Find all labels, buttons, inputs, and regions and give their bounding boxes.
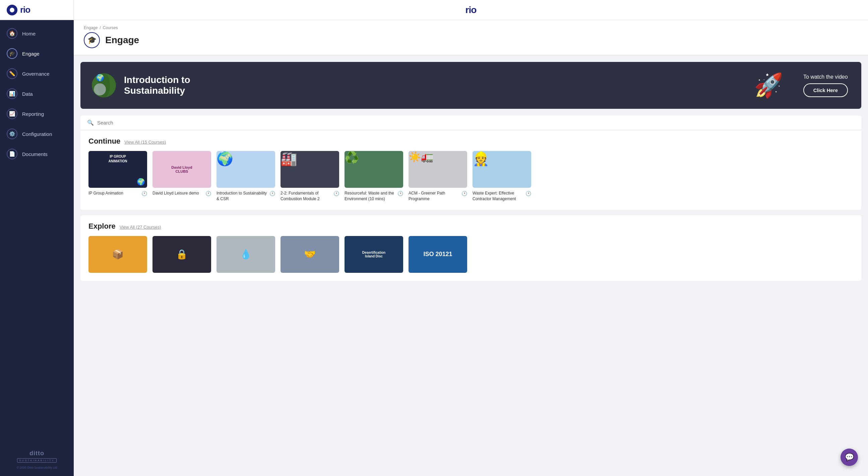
sidebar-item-governance[interactable]: ✏️ Governance <box>0 64 74 84</box>
explore-inner-4: DesertificationIsland Disc <box>344 236 403 273</box>
engage-icon: 🎓 <box>7 48 18 59</box>
course-title-3: 2-2: Fundamentals of Combustion Module 2 <box>280 191 332 202</box>
course-card-2[interactable]: 🌍 Introduction to Sustainability & CSR 🕐 <box>217 151 275 202</box>
explore-view-all[interactable]: View All (27 Courses) <box>120 225 161 230</box>
documents-icon: 📄 <box>7 149 18 159</box>
course-title-6: Waste Expert: Effective Contractor Manag… <box>472 191 524 202</box>
continue-section-header: Continue View All (15 Courses) <box>89 137 853 146</box>
course-card-4[interactable]: ♻️ Resourceful: Waste and the Environmen… <box>344 151 403 202</box>
course-thumb-4: ♻️ <box>344 151 403 188</box>
sidebar-label-reporting: Reporting <box>22 111 44 117</box>
explore-inner-5: ISO 20121 <box>408 236 467 273</box>
course-clock-6: 🕐 <box>526 191 531 196</box>
banner-title: Introduction to Sustainability <box>124 75 190 96</box>
continue-title: Continue <box>89 137 120 146</box>
course-card-6[interactable]: 👷 Waste Expert: Effective Contractor Man… <box>472 151 531 202</box>
thumb-label-6: 👷 <box>472 151 531 167</box>
header-sidebar-space: rio <box>0 0 74 20</box>
course-clock-5: 🕐 <box>462 191 467 196</box>
continue-view-all[interactable]: View All (15 Courses) <box>124 140 166 145</box>
ditto-subtitle: SUSTAINABILITY <box>17 458 57 463</box>
center-logo: rio <box>465 5 476 15</box>
course-thumb-1: David LloydCLUBS <box>153 151 211 188</box>
continue-courses-grid: IP GROUPANIMATION 🌍 IP Group Animation 🕐… <box>89 151 853 202</box>
course-title-4: Resourceful: Waste and the Environment (… <box>344 191 396 202</box>
data-icon: 📊 <box>7 89 18 99</box>
course-title-row-3: 2-2: Fundamentals of Combustion Module 2… <box>280 191 339 202</box>
chat-bubble[interactable]: 💬 <box>840 448 858 466</box>
explore-thumb-4[interactable]: DesertificationIsland Disc <box>344 236 403 273</box>
configuration-icon: ⚙️ <box>7 129 18 139</box>
logo-circle-icon <box>7 5 18 15</box>
banner[interactable]: 🌍 Introduction to Sustainability 🚀 To wa… <box>81 62 861 109</box>
logo-circle-inner <box>10 8 14 12</box>
course-thumb-5: ☀️🚛 <box>408 151 467 188</box>
main-layout: 🏠 Home 🎓 Engage ✏️ Governance 📊 Data 📈 R… <box>0 20 868 476</box>
page-title-icon: 🎓 <box>84 32 100 48</box>
explore-inner-0: 📦 <box>89 236 147 273</box>
reporting-icon: 📈 <box>7 108 18 119</box>
course-thumb-3: 🏭 <box>280 151 339 188</box>
course-card-3[interactable]: 🏭 2-2: Fundamentals of Combustion Module… <box>280 151 339 202</box>
course-clock-0: 🕐 <box>142 191 147 196</box>
sidebar: 🏠 Home 🎓 Engage ✏️ Governance 📊 Data 📈 R… <box>0 20 74 476</box>
sidebar-item-configuration[interactable]: ⚙️ Configuration <box>0 124 74 144</box>
ditto-logo: ditto <box>30 450 44 457</box>
explore-thumb-3[interactable]: 🤝 <box>280 236 339 273</box>
banner-left: 🌍 Introduction to Sustainability <box>81 65 754 105</box>
explore-thumb-5[interactable]: ISO 20121 <box>408 236 467 273</box>
course-thumb-6: 👷 <box>472 151 531 188</box>
sidebar-label-engage: Engage <box>22 51 39 57</box>
course-title-2: Introduction to Sustainability & CSR <box>217 191 268 202</box>
sidebar-item-data[interactable]: 📊 Data <box>0 84 74 104</box>
banner-globe-icon: 🌍 <box>91 72 117 99</box>
course-clock-2: 🕐 <box>270 191 275 196</box>
course-clock-4: 🕐 <box>398 191 403 196</box>
course-card-5[interactable]: ☀️🚛 ACM - Greener Path Programme 🕐 <box>408 151 467 202</box>
banner-cta-text: To watch the video <box>803 74 848 80</box>
governance-icon: ✏️ <box>7 68 18 79</box>
course-title-1: David Lloyd Leisure demo <box>153 191 204 196</box>
explore-thumb-1[interactable]: 🔒 <box>153 236 211 273</box>
banner-cta-button[interactable]: Click Here <box>803 83 848 97</box>
course-title-row-0: IP Group Animation 🕐 <box>89 191 147 196</box>
breadcrumb: Engage / Courses <box>84 26 858 30</box>
explore-section-header: Explore View All (27 Courses) <box>89 222 853 231</box>
course-thumb-2: 🌍 <box>217 151 275 188</box>
search-section: 🔍 <box>81 115 861 130</box>
top-header: rio rio <box>0 0 868 20</box>
page-title: Engage <box>105 35 139 45</box>
course-card-0[interactable]: IP GROUPANIMATION 🌍 IP Group Animation 🕐 <box>89 151 147 202</box>
explore-title: Explore <box>89 222 116 231</box>
explore-thumb-0[interactable]: 📦 <box>89 236 147 273</box>
explore-section: Explore View All (27 Courses) 📦 🔒 💧 🤝 De… <box>81 215 861 281</box>
course-title-row-1: David Lloyd Leisure demo 🕐 <box>153 191 211 196</box>
course-title-row-4: Resourceful: Waste and the Environment (… <box>344 191 403 202</box>
explore-inner-3: 🤝 <box>280 236 339 273</box>
sidebar-item-documents[interactable]: 📄 Documents <box>0 144 74 164</box>
thumb-label-5: ☀️🚛 <box>408 151 467 163</box>
sidebar-label-home: Home <box>22 31 35 36</box>
course-card-1[interactable]: David LloydCLUBS David Lloyd Leisure dem… <box>153 151 211 202</box>
course-title-5: ACM - Greener Path Programme <box>408 191 460 202</box>
page-title-row: 🎓 Engage <box>84 32 858 48</box>
course-title-row-2: Introduction to Sustainability & CSR 🕐 <box>217 191 275 202</box>
sidebar-logo-text: rio <box>20 5 30 15</box>
explore-inner-2: 💧 <box>217 236 275 273</box>
banner-text-line1: Introduction to <box>124 75 190 86</box>
thumb-label-1: David LloydCLUBS <box>155 165 209 173</box>
sidebar-label-governance: Governance <box>22 71 50 77</box>
copyright-text: © 2020 Ditto Sustainability Ltd <box>17 466 57 469</box>
sidebar-item-reporting[interactable]: 📈 Reporting <box>0 104 74 124</box>
page-header: Engage / Courses 🎓 Engage <box>74 20 868 55</box>
sidebar-item-home[interactable]: 🏠 Home <box>0 24 74 43</box>
course-thumb-0: IP GROUPANIMATION 🌍 <box>89 151 147 188</box>
search-input[interactable] <box>97 120 855 126</box>
sidebar-footer: ditto SUSTAINABILITY © 2020 Ditto Sustai… <box>0 443 74 476</box>
explore-thumb-2[interactable]: 💧 <box>217 236 275 273</box>
breadcrumb-engage[interactable]: Engage <box>84 26 97 30</box>
continue-section: Continue View All (15 Courses) IP GROUPA… <box>81 130 861 210</box>
sidebar-item-engage[interactable]: 🎓 Engage <box>0 43 74 64</box>
thumb-label-4: ♻️ <box>344 151 403 165</box>
svg-text:🌍: 🌍 <box>96 74 104 82</box>
